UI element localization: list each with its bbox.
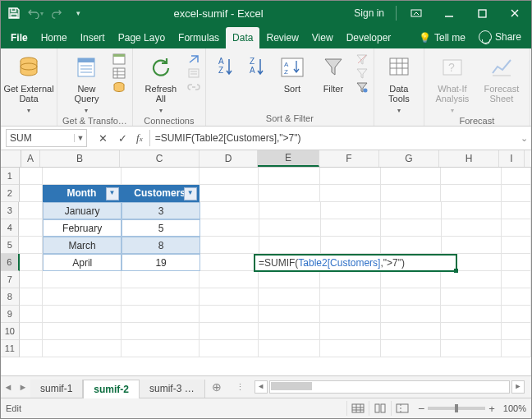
cell[interactable] — [381, 271, 442, 288]
col-header[interactable]: H — [439, 150, 499, 167]
row-header[interactable]: 3 — [1, 202, 19, 219]
cell[interactable] — [502, 168, 531, 185]
cell[interactable] — [381, 340, 442, 357]
cell[interactable] — [381, 168, 442, 185]
get-external-data-button[interactable]: Get External Data▾ — [6, 52, 52, 114]
cell[interactable] — [122, 288, 200, 306]
cell[interactable] — [122, 306, 200, 323]
cell[interactable] — [502, 202, 531, 219]
fx-icon[interactable]: fx — [133, 131, 146, 145]
cell[interactable] — [122, 340, 200, 357]
row-header[interactable]: 7 — [1, 271, 20, 288]
name-box-input[interactable] — [7, 132, 74, 144]
cell[interactable] — [200, 202, 259, 219]
row-header[interactable]: 11 — [1, 340, 20, 357]
zoom-level[interactable]: 100% — [503, 403, 526, 413]
cell[interactable] — [20, 340, 44, 357]
cell[interactable] — [259, 185, 320, 202]
cell[interactable] — [20, 288, 44, 306]
from-table-icon[interactable] — [112, 67, 126, 79]
table-header[interactable]: Month▼ — [43, 185, 121, 202]
cell[interactable] — [200, 219, 259, 237]
cell[interactable] — [502, 185, 531, 202]
cell[interactable] — [20, 271, 44, 288]
cell[interactable] — [259, 219, 321, 237]
cell[interactable] — [441, 288, 502, 306]
cell[interactable] — [381, 288, 442, 306]
tab-formulas[interactable]: Formulas — [172, 27, 226, 48]
table-cell[interactable]: 19 — [122, 254, 200, 271]
cancel-formula-icon[interactable]: ✕ — [94, 130, 112, 146]
page-break-view-icon[interactable] — [391, 401, 413, 416]
data-tools-button[interactable]: Data Tools▾ — [379, 52, 419, 114]
cell[interactable] — [259, 340, 320, 357]
table-cell[interactable]: 3 — [122, 202, 200, 219]
clear-filter-icon[interactable] — [355, 53, 369, 65]
fill-handle[interactable] — [454, 269, 458, 273]
cell[interactable] — [20, 306, 44, 323]
sheet-tab[interactable]: sumif-3 … — [140, 380, 205, 398]
col-header[interactable]: B — [40, 150, 120, 167]
sign-in-link[interactable]: Sign in — [346, 7, 392, 19]
scroll-right-icon[interactable]: ► — [511, 380, 525, 394]
filter-dropdown-icon[interactable]: ▼ — [184, 187, 197, 200]
close-button[interactable] — [498, 1, 531, 25]
cell[interactable] — [200, 340, 259, 357]
refresh-all-button[interactable]: Refresh All▾ — [138, 52, 184, 114]
active-cell[interactable]: =SUMIF(Table2[Customers],">7") — [254, 254, 457, 272]
cell[interactable] — [502, 271, 531, 288]
cell[interactable] — [441, 271, 502, 288]
row-header[interactable]: 8 — [1, 288, 20, 306]
minimize-button[interactable] — [433, 1, 466, 25]
undo-icon[interactable]: ▾ — [25, 3, 45, 23]
row-header[interactable]: 9 — [1, 306, 20, 323]
table-cell[interactable]: 8 — [122, 237, 200, 254]
tab-view[interactable]: View — [305, 27, 340, 48]
cell[interactable] — [502, 323, 531, 340]
tab-file[interactable]: File — [4, 27, 34, 48]
forecast-sheet-button[interactable]: Forecast Sheet — [479, 52, 525, 104]
cell[interactable] — [441, 168, 502, 185]
new-query-button[interactable]: New Query▾ — [63, 52, 109, 114]
redo-icon[interactable] — [47, 3, 66, 23]
enter-formula-icon[interactable]: ✓ — [113, 130, 131, 146]
cell[interactable] — [200, 323, 259, 340]
cell[interactable] — [381, 185, 442, 202]
filter-button[interactable]: Filter — [314, 52, 352, 94]
tell-me[interactable]: 💡Tell me — [412, 27, 472, 48]
properties-icon[interactable] — [187, 67, 200, 79]
row-header[interactable]: 1 — [1, 168, 20, 185]
cell[interactable] — [259, 306, 320, 323]
scroll-track[interactable] — [269, 380, 510, 394]
maximize-button[interactable] — [466, 1, 498, 25]
cell[interactable] — [320, 306, 381, 323]
cell[interactable] — [442, 219, 502, 237]
table-header[interactable]: Customers▼ — [122, 185, 200, 202]
cell[interactable] — [321, 202, 381, 219]
tab-home[interactable]: Home — [34, 27, 74, 48]
col-header[interactable]: C — [120, 150, 200, 167]
name-box-dropdown[interactable]: ▼ — [74, 134, 86, 142]
scroll-left-icon[interactable]: ◄ — [255, 380, 268, 394]
cell[interactable] — [200, 271, 259, 288]
cell[interactable] — [200, 306, 259, 323]
cell[interactable] — [122, 271, 200, 288]
row-header[interactable]: 2 — [1, 185, 20, 202]
page-layout-view-icon[interactable] — [369, 401, 391, 416]
cell[interactable] — [321, 219, 381, 237]
row-header[interactable]: 4 — [1, 219, 19, 237]
ribbon-options-icon[interactable] — [400, 1, 433, 25]
cell[interactable] — [320, 323, 381, 340]
zoom-slider[interactable] — [428, 407, 485, 410]
cell[interactable] — [381, 237, 441, 254]
formula-input[interactable]: =SUMIF(Table2[Customers],">7") — [149, 130, 516, 146]
cell[interactable] — [20, 168, 44, 185]
zoom-in-button[interactable]: + — [488, 403, 495, 415]
cell[interactable] — [43, 271, 121, 288]
cell[interactable] — [20, 323, 44, 340]
name-box[interactable]: ▼ — [6, 129, 87, 147]
cell[interactable] — [381, 306, 442, 323]
what-if-button[interactable]: ? What-If Analysis▾ — [429, 52, 475, 114]
cell[interactable] — [19, 219, 43, 237]
cell[interactable] — [259, 288, 320, 306]
